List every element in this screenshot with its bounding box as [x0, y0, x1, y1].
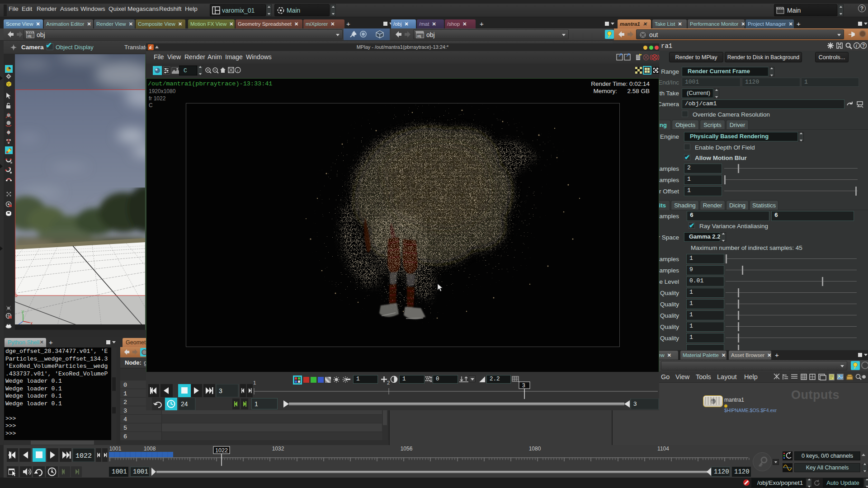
svg-text:i: i: [856, 43, 857, 48]
svg-text:1032: 1032: [272, 446, 284, 452]
svg-text:i: i: [237, 68, 239, 73]
svg-text:1104: 1104: [657, 446, 669, 452]
svg-text:2: 2: [387, 380, 390, 385]
svg-text:24: 24: [181, 400, 188, 408]
svg-text:3: 3: [522, 382, 525, 389]
svg-text:1080: 1080: [529, 446, 541, 452]
svg-text:1022: 1022: [75, 452, 92, 460]
svg-text:13: 13: [711, 399, 714, 401]
svg-text:obj: obj: [28, 34, 32, 38]
svg-text:obj: obj: [417, 34, 421, 38]
svg-text:1022: 1022: [215, 447, 228, 454]
svg-text:1: 1: [253, 380, 256, 385]
svg-text:3: 3: [633, 400, 637, 407]
svg-text:y: y: [22, 309, 24, 314]
svg-text:1001: 1001: [109, 446, 122, 452]
svg-text:?: ?: [862, 43, 865, 48]
svg-text:1056: 1056: [401, 446, 413, 452]
svg-text:1008: 1008: [144, 446, 156, 452]
svg-text:3: 3: [219, 387, 222, 394]
